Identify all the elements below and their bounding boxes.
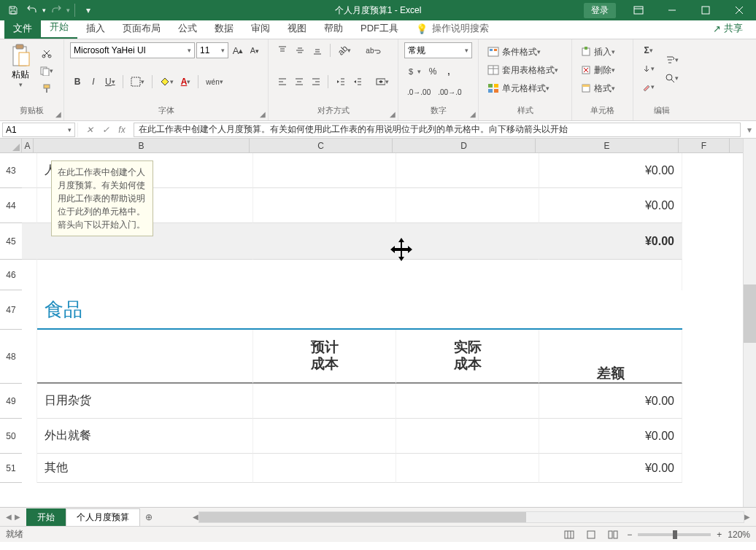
view-page-break-button[interactable]	[605, 528, 621, 541]
cell-b49[interactable]: 日用杂货	[37, 384, 253, 419]
cell-c51[interactable]	[253, 454, 396, 483]
copy-button[interactable]: ▾	[36, 63, 56, 79]
clipboard-dialog-launcher[interactable]: ◢	[55, 110, 61, 118]
tab-insert[interactable]: 插入	[77, 18, 114, 39]
cell-d46[interactable]	[396, 260, 539, 290]
col-header-b[interactable]: B	[34, 139, 250, 152]
paste-button[interactable]: 粘贴 ▾	[6, 42, 35, 96]
zoom-level[interactable]: 120%	[728, 530, 750, 540]
wrap-text-button[interactable]: ab	[363, 42, 384, 58]
row-header-46[interactable]: 46	[0, 260, 22, 290]
cell-a50[interactable]	[22, 419, 37, 454]
col-header-a[interactable]: A	[22, 139, 34, 152]
cell-c50[interactable]	[253, 419, 396, 454]
align-left-button[interactable]	[274, 74, 290, 90]
redo-dropdown-icon[interactable]: ▾	[66, 7, 70, 14]
row-header-45[interactable]: 45	[0, 223, 22, 260]
hscroll-right[interactable]: ▶	[744, 513, 750, 521]
tab-layout[interactable]: 页面布局	[114, 18, 169, 39]
cell-e49[interactable]: ¥0.00	[539, 384, 682, 419]
decrease-decimal-button[interactable]: .00→.0	[435, 84, 464, 100]
format-cells-button[interactable]: 格式▾	[578, 80, 627, 96]
cell-c49[interactable]	[253, 384, 396, 419]
sheet-tab-2[interactable]: 个人月度预算	[66, 508, 140, 526]
align-middle-button[interactable]	[292, 42, 308, 58]
cell-d45[interactable]	[396, 223, 539, 260]
row-header-51[interactable]: 51	[0, 454, 22, 483]
redo-button[interactable]	[47, 1, 65, 19]
col-header-f[interactable]: F	[679, 139, 730, 152]
enter-formula-button[interactable]: ✓	[99, 123, 113, 137]
cell-b50[interactable]: 外出就餐	[37, 419, 253, 454]
merge-center-button[interactable]: ▾	[373, 74, 392, 90]
tab-help[interactable]: 帮助	[315, 18, 352, 39]
fill-button[interactable]: ▾	[639, 61, 657, 77]
alignment-dialog-launcher[interactable]: ◢	[390, 110, 396, 118]
cell-b48[interactable]	[37, 330, 253, 384]
format-painter-button[interactable]	[36, 80, 56, 96]
number-dialog-launcher[interactable]: ◢	[470, 110, 476, 118]
tab-file[interactable]: 文件	[4, 18, 41, 39]
vertical-scroll-thumb[interactable]	[744, 284, 756, 343]
delete-cells-button[interactable]: 删除▾	[578, 62, 627, 78]
undo-dropdown-icon[interactable]: ▾	[42, 7, 46, 14]
insert-cells-button[interactable]: 插入▾	[578, 44, 627, 60]
number-format-combo[interactable]: 常规▾	[404, 42, 472, 58]
view-normal-button[interactable]	[561, 528, 577, 541]
bold-button[interactable]: B	[70, 74, 85, 90]
cell-d44[interactable]	[396, 188, 539, 223]
row-header-48[interactable]: 48	[0, 330, 22, 384]
cell-e51[interactable]: ¥0.00	[539, 454, 682, 483]
name-box[interactable]: A1 ▾	[2, 123, 75, 137]
cell-a44[interactable]	[22, 188, 37, 223]
zoom-slider-thumb[interactable]	[673, 530, 677, 539]
grow-font-button[interactable]: A▴	[230, 42, 246, 58]
phonetic-button[interactable]: wén▾	[203, 74, 225, 90]
font-dialog-launcher[interactable]: ◢	[260, 110, 266, 118]
cell-e50[interactable]: ¥0.00	[539, 419, 682, 454]
autosum-button[interactable]: Σ▾	[639, 42, 657, 58]
row-header-49[interactable]: 49	[0, 384, 22, 419]
qat-customize-button[interactable]: ▾	[80, 1, 97, 19]
tell-me-search[interactable]: 💡 操作说明搜索	[407, 18, 498, 39]
cell-e43[interactable]: ¥0.00	[539, 153, 682, 188]
formula-input[interactable]: 在此工作表中创建个人月度预算。有关如何使用此工作表的有用说明位于此列的单元格中。…	[134, 123, 741, 137]
cell-b47[interactable]: 食品	[37, 290, 682, 330]
increase-indent-button[interactable]	[350, 74, 365, 90]
row-header-47[interactable]: 47	[0, 290, 22, 330]
tab-view[interactable]: 视图	[279, 18, 315, 39]
increase-decimal-button[interactable]: .0→.00	[404, 84, 433, 100]
cell-a48[interactable]	[22, 330, 37, 384]
sort-filter-button[interactable]: ▾	[662, 52, 682, 68]
cell-e46[interactable]	[539, 260, 682, 290]
comma-button[interactable]: ,	[441, 63, 456, 80]
italic-button[interactable]: I	[86, 74, 101, 90]
sheet-tab-1[interactable]: 开始	[26, 508, 66, 526]
align-top-button[interactable]	[274, 42, 290, 58]
zoom-in-button[interactable]: +	[717, 530, 722, 540]
orientation-button[interactable]: ab▾	[335, 42, 354, 58]
align-center-button[interactable]	[291, 74, 306, 90]
col-header-d[interactable]: D	[393, 139, 536, 152]
hscroll-left[interactable]: ◀	[193, 513, 198, 521]
zoom-slider[interactable]	[638, 533, 711, 536]
clear-button[interactable]: ▾	[639, 79, 657, 95]
col-header-c[interactable]: C	[250, 139, 393, 152]
format-as-table-button[interactable]: 套用表格格式▾	[485, 62, 566, 78]
ribbon-display-button[interactable]	[622, 0, 655, 20]
select-all-button[interactable]	[0, 139, 22, 153]
align-right-button[interactable]	[308, 74, 323, 90]
cell-c43[interactable]	[253, 153, 396, 188]
cell-c46[interactable]	[253, 260, 396, 290]
close-button[interactable]	[722, 0, 756, 20]
row-header-50[interactable]: 50	[0, 419, 22, 454]
sheet-nav-prev[interactable]: ◀	[6, 513, 12, 521]
decrease-indent-button[interactable]	[333, 74, 348, 90]
hscroll-thumb[interactable]	[199, 512, 526, 522]
cell-d48[interactable]: 实际 成本	[396, 330, 539, 384]
row-header-43[interactable]: 43	[0, 153, 22, 188]
font-size-combo[interactable]: 11▾	[196, 42, 228, 58]
fx-button[interactable]: fx	[115, 123, 129, 137]
cell-b51[interactable]: 其他	[37, 454, 253, 483]
cell-a43[interactable]	[22, 153, 37, 188]
